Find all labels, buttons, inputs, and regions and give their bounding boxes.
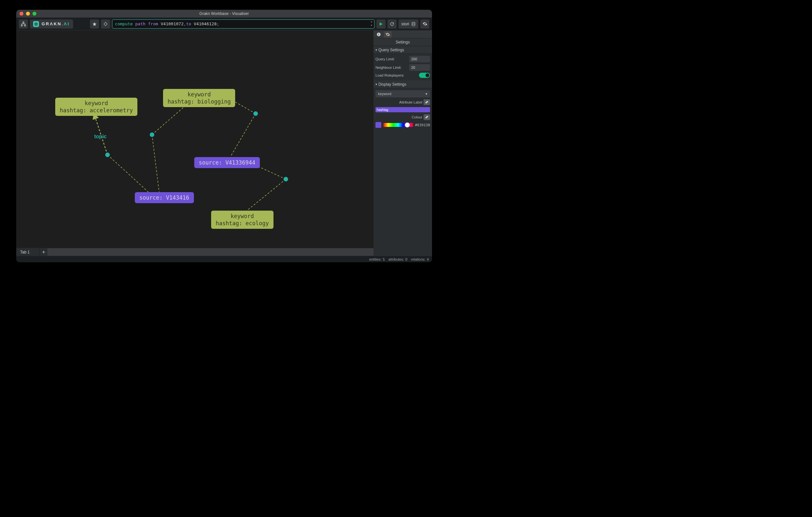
- node-source-v41336944[interactable]: source: V41336944: [194, 157, 260, 168]
- app-body: keyword hashtag: accelerometry keyword h…: [16, 31, 432, 256]
- tab-1[interactable]: Tab 1: [16, 248, 40, 256]
- query-clear-controls: ✕ ★: [371, 21, 372, 27]
- eraser-icon: [425, 115, 429, 119]
- relation-node-2[interactable]: [150, 132, 154, 137]
- svg-line-9: [232, 100, 256, 114]
- svg-line-10: [231, 114, 256, 156]
- colour-hex: #839138: [415, 123, 430, 127]
- node-keyword-biologging[interactable]: keyword hashtag: biologging: [163, 89, 235, 107]
- info-icon: i: [376, 32, 381, 37]
- logo-text: GRΛKN.ΛI: [41, 22, 70, 26]
- status-attributes-label: attributes:: [388, 257, 404, 261]
- panel-tabs: i: [374, 31, 432, 38]
- panel-title: Settings: [374, 38, 432, 46]
- logo-mark-icon: ⊟: [33, 21, 39, 27]
- load-roleplayers-label: Load Roleplayers:: [375, 73, 417, 77]
- sitemap-icon: [21, 22, 26, 27]
- chevron-down-icon: ▾: [426, 92, 428, 96]
- toolbar: ⊟ GRΛKN.ΛI compute path from V41001072, …: [16, 18, 432, 31]
- info-tab[interactable]: i: [375, 31, 383, 38]
- app-window: Grakn Workbase - Visualiser ⊟ GRΛKN.ΛI c…: [16, 10, 432, 262]
- status-entities-value: 5: [383, 257, 385, 261]
- query-input[interactable]: compute path from V41001072, to V4104612…: [112, 20, 375, 29]
- graph-canvas[interactable]: keyword hashtag: accelerometry keyword h…: [16, 31, 374, 256]
- colour-swatch[interactable]: [375, 122, 381, 128]
- schema-designer-button[interactable]: [19, 20, 28, 29]
- save-query-icon[interactable]: ★: [371, 24, 372, 27]
- chevron-down-icon: ▾: [375, 48, 377, 52]
- attribute-label-label: Attribute Label: [375, 100, 422, 104]
- relation-node-3[interactable]: [253, 111, 258, 116]
- svg-line-6: [108, 155, 148, 192]
- query-limit-input[interactable]: [409, 56, 430, 62]
- node-source-v143416[interactable]: source: V143416: [135, 192, 194, 203]
- status-relations-value: 4: [427, 257, 429, 261]
- app-logo: ⊟ GRΛKN.ΛI: [30, 20, 73, 29]
- database-icon: [411, 22, 416, 26]
- svg-text:i: i: [378, 33, 379, 36]
- neighbour-limit-input[interactable]: [409, 64, 430, 71]
- settings-panel: i Settings ▾ Query Settings Query Limit:…: [374, 31, 432, 256]
- clear-query-icon[interactable]: ✕: [371, 21, 372, 23]
- keyspace-selector[interactable]: stori: [399, 20, 418, 29]
- status-relations-label: relations:: [411, 257, 426, 261]
- query-settings-body: Query Limit: Neighbour Limit: Load Rolep…: [374, 54, 432, 81]
- svg-rect-1: [21, 25, 22, 26]
- svg-line-8: [152, 135, 159, 192]
- types-button[interactable]: [101, 20, 110, 29]
- svg-line-12: [247, 179, 286, 211]
- attribute-chip-hashtag[interactable]: hashtag: [375, 107, 430, 112]
- chevron-down-icon: ▾: [375, 83, 377, 86]
- status-bar: entities: 5 attributes: 0 relations: 4: [16, 256, 432, 262]
- type-select[interactable]: keyword ▾: [375, 90, 430, 97]
- display-settings-body: keyword ▾ Attribute Label hashtag Colour: [374, 88, 432, 130]
- svg-point-4: [412, 22, 415, 23]
- graph-edges: [16, 31, 374, 256]
- load-roleplayers-toggle[interactable]: [419, 73, 430, 78]
- svg-rect-0: [23, 22, 24, 23]
- tab-bar: Tab 1 +: [16, 248, 374, 256]
- svg-point-3: [104, 22, 107, 25]
- favourite-button[interactable]: [90, 20, 99, 29]
- relation-node-4[interactable]: [284, 177, 288, 181]
- crosshair-icon: [103, 22, 108, 26]
- window-title: Grakn Workbase - Visualiser: [16, 11, 432, 16]
- keyspace-label: stori: [401, 22, 409, 26]
- svg-line-7: [152, 104, 187, 135]
- titlebar: Grakn Workbase - Visualiser: [16, 10, 432, 18]
- node-keyword-accelerometry[interactable]: keyword hashtag: accelerometry: [55, 98, 137, 116]
- refresh-button[interactable]: [387, 20, 397, 29]
- svg-rect-2: [24, 25, 26, 26]
- status-attributes-value: 0: [405, 257, 407, 261]
- neighbour-limit-label: Neighbour Limit:: [375, 66, 407, 69]
- display-settings-header[interactable]: ▾ Display Settings: [374, 81, 432, 88]
- clear-colour-button[interactable]: [424, 114, 430, 120]
- settings-tab[interactable]: [384, 31, 392, 38]
- preferences-button[interactable]: [420, 20, 429, 29]
- colour-spectrum[interactable]: [383, 123, 413, 127]
- edge-label-topic: topic: [94, 134, 107, 140]
- play-icon: [379, 22, 383, 26]
- star-icon: [92, 22, 97, 26]
- eraser-icon: [425, 100, 429, 104]
- run-query-button[interactable]: [376, 20, 385, 29]
- gear-icon: [385, 32, 390, 37]
- query-limit-label: Query Limit:: [375, 57, 407, 61]
- colour-label: Colour: [375, 115, 422, 119]
- status-entities-label: entities:: [369, 257, 382, 261]
- node-keyword-ecology[interactable]: keyword hashtag: ecology: [211, 211, 273, 229]
- add-tab-button[interactable]: +: [40, 248, 48, 256]
- gear-icon: [423, 22, 428, 26]
- query-settings-header[interactable]: ▾ Query Settings: [374, 46, 432, 54]
- refresh-icon: [390, 22, 394, 26]
- relation-node-1[interactable]: [105, 153, 110, 157]
- clear-attribute-button[interactable]: [424, 99, 430, 105]
